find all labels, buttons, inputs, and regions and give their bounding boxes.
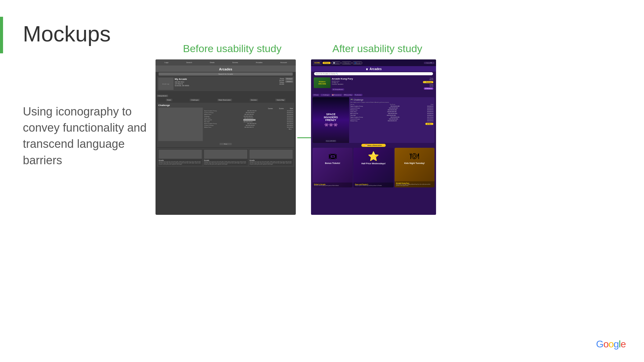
before-redeem-btn[interactable]: Redeem (285, 80, 293, 83)
before-tab-gamemap[interactable]: Game Map (275, 99, 285, 101)
after-nav-arcades[interactable]: 🎮 Arcades (342, 62, 352, 64)
after-header: 🖥 Arcades (311, 66, 436, 72)
before-deal-2: Arcade Jelly gummi bears sugar plum chee… (203, 149, 248, 166)
after-table-row: Connect 4 Hoops888,888,888,88003/15/2024 (350, 118, 433, 120)
description-text: Using iconography to convey functionalit… (23, 104, 163, 169)
after-recharge-btn[interactable]: 🔋 Recharge (423, 81, 433, 83)
dave-dusters-desc: Half price games on Wednesdays with the … (355, 185, 392, 186)
after-table-row: Mario Kart DX888,888,888,88308/18/2024 (350, 113, 433, 114)
before-arcade-addr: 206-855-5512123 Main St.Smithville, WA 9… (175, 81, 278, 87)
table-row: Rampage888,888,888,88508/21/2024 (204, 115, 293, 117)
before-tab-challenges[interactable]: Challenges (190, 99, 200, 101)
after-nav-logo: SCORE (313, 60, 322, 65)
table-row: Mario Kart DX08/16/2024 (204, 119, 293, 121)
after-tab-deals[interactable]: 🏷 Deals (313, 94, 320, 96)
after-table-row: Space Invaders Frenzy888,888,888,88808/2… (350, 105, 433, 107)
half-price-footer: Dave and Duster's Half price games on We… (353, 183, 393, 187)
after-table-row: Space Invaders Frenzy888,888,888,88108/1… (350, 116, 433, 118)
before-tab-deals[interactable]: Deals (166, 99, 172, 101)
before-tabs: Deals Challenges Make Reservation Servic… (156, 98, 296, 102)
nav-logo: Logo (164, 62, 168, 63)
space-invaders-aliens: 👾👾👾 (324, 123, 338, 127)
after-arcade-info: KickersARCADE Arcade Kung Fury 206-855-5… (313, 76, 435, 92)
after-nav-search[interactable]: Search 🔍 (424, 62, 435, 64)
before-share-btn[interactable]: Share (220, 143, 232, 145)
before-buttons: Recharge Redeem (285, 78, 293, 90)
nav-arcades: Arcades (256, 62, 263, 63)
after-reservation-btn[interactable]: 📅 Make a Reservation (361, 144, 386, 147)
google-letter-g2: g (614, 339, 619, 350)
before-arcade-logo: Arcade Logo (158, 78, 174, 90)
table-row: Skee Ball888,888,888,88208/18/2024 (204, 121, 293, 122)
arcade-kung-fury-desc: Kids eat free on kids night Tuesdays at … (396, 184, 433, 186)
after-table-row: Wicked Tuna888,888,888,87909/15/2024 (350, 120, 433, 122)
google-logo: G o o g l e (596, 339, 626, 350)
after-nav-scores[interactable]: 📊 Scores (331, 62, 341, 64)
after-redeem-btn[interactable]: 🏷 Redeem (424, 87, 433, 90)
before-points: Points 80,000 Tickets 90,000 (279, 78, 284, 90)
after-nav-account[interactable]: 👤 Account (352, 62, 362, 64)
after-challenge-section: SPACEINVADERSFRENZY 👾👾👾 Kickers ARCADE 🎮… (313, 97, 435, 143)
half-price-icon: ⭐ (353, 148, 393, 161)
before-more[interactable]: More (204, 128, 292, 130)
table-row: Space Invaders Frenzy888,888,888,88808/2… (204, 110, 293, 112)
table-row: Space Invaders Frenzy888,888,888,88108/1… (204, 123, 293, 124)
after-table-row: Connect 4 Hoops888,888,888,88704/20/2024 (350, 107, 433, 109)
after-arcade-logo: KickersARCADE (314, 77, 331, 88)
table-row: Wicked Tuna888,888,888,88608/22/2024 (204, 114, 293, 115)
after-nav-deals[interactable]: 🏷 Deals (323, 62, 331, 64)
before-arcade-details: My Arcade 206-855-5512123 Main St.Smithv… (175, 78, 278, 90)
before-tab-services[interactable]: Services (250, 99, 258, 101)
kids-night-title: Kids Night Tuesday! (395, 161, 435, 165)
after-challenge-right: 🎮 Challenge Get a high score in 2 player… (349, 97, 435, 143)
after-challenge-image: SPACEINVADERSFRENZY 👾👾👾 Kickers ARCADE (313, 97, 349, 143)
after-nav: SCORE 🏷 Deals 📊 Scores 🎮 Arcades 👤 Accou… (311, 59, 436, 66)
after-table-row: Guitar Hero888,888,888,88408/20/2024 (350, 111, 433, 112)
after-change-arcade-btn[interactable]: ⚙ Change Arcade (332, 88, 344, 90)
after-deal-2: ⭐ Half Price Wednesdays! Dave and Duster… (353, 148, 393, 187)
before-arcade-name: My Arcade (175, 78, 278, 80)
before-table-header: Games Scores Date (204, 108, 293, 109)
after-table-row: Wicked Tuna888,888,888,88608/23/2024 (350, 109, 433, 111)
after-mockup: SCORE 🏷 Deals 📊 Scores 🎮 Arcades 👤 Accou… (311, 59, 436, 215)
table-row: Connect 4 Hoops888,888,888,88708/20/2024 (204, 112, 293, 113)
before-search-bar: Search for Arcade (159, 73, 293, 76)
after-label: After usability study (332, 43, 422, 55)
after-challenge-title: 🎮 Challenge (350, 98, 433, 101)
after-tab-reservations[interactable]: 📅 Reservations (331, 94, 342, 96)
before-recharge-btn[interactable]: Recharge (285, 78, 293, 80)
after-search-bar[interactable]: Search for Arcades or Games 🔍 (314, 72, 433, 75)
after-buttons-points: Points80,000 🔋 Recharge Tickets90,000 🏷 … (423, 77, 433, 90)
before-mockup-inner: Logo Search Deals Scores Arcades Account… (156, 59, 296, 215)
after-table-header: Games Top Score Date (350, 104, 433, 105)
nav-account: Account (280, 62, 287, 63)
before-mockup: Logo Search Deals Scores Arcades Account… (156, 59, 296, 215)
after-more-btn[interactable]: ▶ More (425, 123, 433, 125)
google-letter-o2: o (609, 339, 614, 350)
after-deal-3: 🍽 Kids Night Tuesday! Arcade Kung Fury K… (395, 148, 435, 187)
after-arcade-details: Arcade Kung Fury 206-855-5512123 Main St… (332, 77, 422, 91)
before-label: Before usability study (183, 43, 281, 55)
before-deal-3: Arcade Jelly gummi bears sugar plum chee… (249, 149, 293, 166)
before-deal-1: Arcade Jelly gummi bears sugar plum chee… (158, 149, 202, 166)
bonus-tickets-title: Bonus Tickets! (313, 161, 352, 165)
after-challenge-left: SPACEINVADERSFRENZY 👾👾👾 Kickers ARCADE (313, 97, 349, 143)
before-change-arcade-btn[interactable]: Change Arcade (157, 95, 168, 97)
bonus-tickets-footer: Kicker's Arcade Get bonus tickets by pla… (313, 183, 352, 187)
nav-deals: Deals (210, 62, 214, 63)
table-row: Guitar Hero888,888,888,88408/20/2024 (204, 117, 293, 119)
kids-night-icon: 🍽 (395, 148, 435, 161)
after-tab-challenges[interactable]: ⚔ Challenges (320, 94, 330, 96)
after-challenge-desc: Get a high score in 2 player mode at Kic… (350, 101, 433, 103)
before-header-title: Arcades (156, 67, 296, 71)
kids-night-footer: Arcade Kung Fury Kids eat free on kids n… (395, 181, 435, 187)
after-header-title: 🖥 Arcades (311, 67, 436, 71)
before-deals-section: Arcade Jelly gummi bears sugar plum chee… (157, 148, 294, 167)
before-arcade-info: Arcade Logo My Arcade 206-855-5512123 Ma… (157, 76, 294, 91)
before-tab-reservation[interactable]: Make Reservation (217, 99, 232, 101)
arcades-icon: 🖥 (366, 68, 368, 71)
after-arcade-addr: 206-855-5512123 Main St.Smithville, WA 9… (332, 80, 422, 85)
after-tab-services[interactable]: 🔧 Services (354, 94, 363, 96)
google-letter-o1: o (603, 339, 609, 350)
after-tab-gamemap[interactable]: 🗺 Game Map (343, 94, 353, 96)
